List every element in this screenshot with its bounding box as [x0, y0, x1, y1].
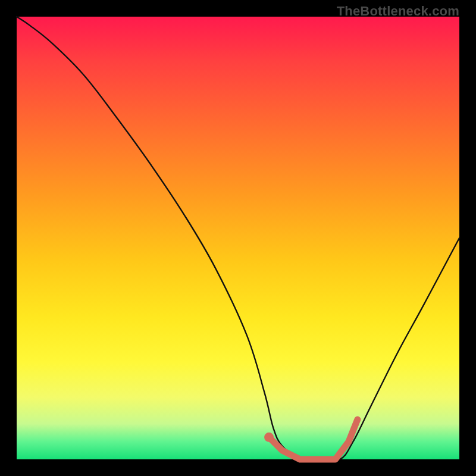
bottleneck-curve	[17, 17, 459, 461]
chart-svg	[17, 17, 459, 459]
chart-frame: TheBottleneck.com	[0, 0, 476, 476]
optimal-range-start-dot	[264, 433, 274, 442]
optimal-range-marker	[269, 419, 358, 459]
plot-area	[17, 17, 459, 459]
